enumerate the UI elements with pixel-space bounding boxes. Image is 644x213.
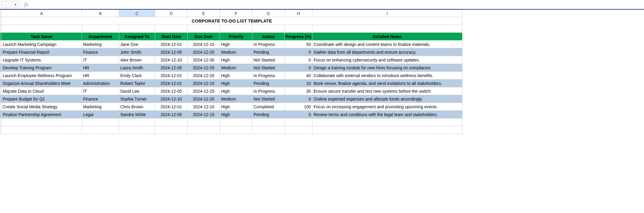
cell-start[interactable]: 2024-12-05	[155, 87, 188, 95]
name-box[interactable]: ▼	[1, 1, 19, 8]
cell[interactable]	[312, 25, 462, 33]
cell-due[interactable]: 2024-12-20	[188, 95, 220, 103]
cell-priority[interactable]: High	[220, 80, 252, 87]
cell[interactable]	[2, 126, 82, 134]
cell-assigned[interactable]: Emily Clark	[119, 72, 155, 80]
cell-start[interactable]: 2024-12-01	[155, 40, 188, 48]
cell-due[interactable]: 2024-12-20	[188, 48, 220, 56]
cell-status[interactable]: Not Started	[252, 95, 285, 103]
cell-progress[interactable]: 0	[285, 64, 312, 72]
cell[interactable]	[285, 118, 312, 126]
cell[interactable]	[188, 118, 220, 126]
col-header-F[interactable]: F	[220, 10, 252, 17]
cell-progress[interactable]: 100	[285, 103, 312, 111]
cell-progress[interactable]: 0	[285, 48, 312, 56]
cell-task[interactable]: Create Social Media Strategy	[2, 103, 82, 111]
cell-dept[interactable]: HR	[82, 64, 119, 72]
cell[interactable]	[312, 118, 462, 126]
cell-notes[interactable]: Design a training module for new hires f…	[312, 64, 462, 72]
cell-priority[interactable]: High	[220, 72, 252, 80]
cell-notes[interactable]: Review terms and conditions with the leg…	[312, 111, 462, 118]
cell-due[interactable]: 2024-12-10	[188, 80, 220, 87]
col-header-E[interactable]: E	[188, 10, 220, 17]
cell-dept[interactable]: Legal	[82, 111, 119, 118]
cell-start[interactable]: 2024-12-01	[155, 103, 188, 111]
cell-start[interactable]: 2024-12-05	[155, 111, 188, 118]
cell-status[interactable]: Not Started	[252, 56, 285, 64]
cell-notes[interactable]: Ensure secure transfer and test new syst…	[312, 87, 462, 95]
cell[interactable]	[252, 118, 285, 126]
cell-task[interactable]: Prepare Budget for Q1	[2, 95, 82, 103]
cell[interactable]	[119, 25, 155, 33]
cell[interactable]	[82, 126, 119, 134]
sheet-title[interactable]: CORPORATE TO-DO LIST TEMPLATE	[2, 17, 462, 25]
col-header-I[interactable]: I	[312, 10, 462, 17]
cell[interactable]	[155, 126, 188, 134]
cell-due[interactable]: 2024-12-10	[188, 103, 220, 111]
cell-notes[interactable]: Gather data from all departments and ens…	[312, 48, 462, 56]
cell[interactable]	[285, 126, 312, 134]
col-header-C[interactable]: C	[119, 10, 155, 17]
cell[interactable]	[119, 126, 155, 134]
cell[interactable]	[2, 118, 82, 126]
cell-priority[interactable]: High	[220, 103, 252, 111]
cell-start[interactable]: 2024-12-10	[155, 95, 188, 103]
col-header-H[interactable]: H	[285, 10, 312, 17]
header-cell[interactable]: Department	[82, 33, 119, 40]
header-cell[interactable]: Detailed Notes	[312, 33, 462, 40]
cell-start[interactable]: 2024-12-01	[155, 80, 188, 87]
header-cell[interactable]: Assigned To	[119, 33, 155, 40]
cell[interactable]	[119, 118, 155, 126]
cell-status[interactable]: Pending	[252, 48, 285, 56]
cell-dept[interactable]: HR	[82, 72, 119, 80]
spreadsheet-grid[interactable]: A B C D E F G H I CORPORATE TO-DO LIST T…	[0, 10, 462, 134]
cell-start[interactable]: 2024-12-10	[155, 56, 188, 64]
cell-status[interactable]: Pending	[252, 80, 285, 87]
cell-progress[interactable]: 40	[285, 72, 312, 80]
cell-priority[interactable]: Medium	[220, 48, 252, 56]
cell-priority[interactable]: Medium	[220, 64, 252, 72]
header-cell[interactable]: Status	[252, 33, 285, 40]
cell-progress[interactable]: 10	[285, 80, 312, 87]
cell-assigned[interactable]: Robert Taylor	[119, 80, 155, 87]
cell[interactable]	[285, 25, 312, 33]
cell[interactable]	[220, 126, 252, 134]
cell-assigned[interactable]: Sophia Turner	[119, 95, 155, 103]
header-cell[interactable]: Progress (%)	[285, 33, 312, 40]
col-header-B[interactable]: B	[82, 10, 119, 17]
cell-progress[interactable]: 30	[285, 87, 312, 95]
cell-start[interactable]: 2024-12-05	[155, 48, 188, 56]
cell-task[interactable]: Launch Marketing Campaign	[2, 40, 82, 48]
cell-status[interactable]: In Progress	[252, 72, 285, 80]
cell-assigned[interactable]: David Lee	[119, 87, 155, 95]
cell-notes[interactable]: Collaborate with external vendors to int…	[312, 72, 462, 80]
formula-input[interactable]	[29, 1, 643, 8]
cell-start[interactable]: 2024-12-01	[155, 72, 188, 80]
col-header-A[interactable]: A	[2, 10, 82, 17]
header-cell[interactable]: Due Date	[188, 33, 220, 40]
cell[interactable]	[2, 25, 82, 33]
cell-dept[interactable]: Marketing	[82, 103, 119, 111]
cell-priority[interactable]: High	[220, 40, 252, 48]
cell[interactable]	[188, 25, 220, 33]
cell[interactable]	[82, 118, 119, 126]
cell-assigned[interactable]: John Smith	[119, 48, 155, 56]
header-cell[interactable]: Task Name	[2, 33, 82, 40]
cell-due[interactable]: 2024-12-25	[188, 87, 220, 95]
cell[interactable]	[155, 25, 188, 33]
cell-assigned[interactable]: Alex Brown	[119, 56, 155, 64]
cell-status[interactable]: In Progress	[252, 87, 285, 95]
cell[interactable]	[252, 25, 285, 33]
cell-progress[interactable]: 50	[285, 40, 312, 48]
cell-dept[interactable]: Finance	[82, 95, 119, 103]
cell[interactable]	[220, 118, 252, 126]
cell-task[interactable]: Organize Annual Shareholders Meet	[2, 80, 82, 87]
cell[interactable]	[155, 118, 188, 126]
cell[interactable]	[312, 126, 462, 134]
cell-task[interactable]: Migrate Data to Cloud	[2, 87, 82, 95]
cell-status[interactable]: Completed	[252, 103, 285, 111]
cell-notes[interactable]: Coordinate with design and content teams…	[312, 40, 462, 48]
cell-notes[interactable]: Focus on increasing engagement and promo…	[312, 103, 462, 111]
cell-due[interactable]: 2024-12-15	[188, 40, 220, 48]
cell-priority[interactable]: High	[220, 111, 252, 118]
